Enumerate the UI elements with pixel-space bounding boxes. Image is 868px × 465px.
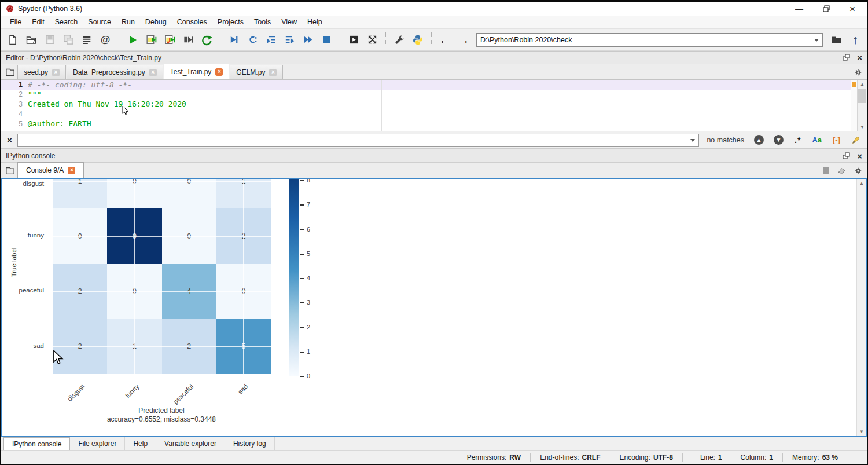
grid-line [53,181,271,182]
working-directory-input[interactable] [477,34,822,46]
grid-line [134,178,135,374]
back-button[interactable]: ← [437,32,453,48]
close-icon[interactable]: × [269,69,277,76]
debug-stop-button[interactable] [318,32,334,48]
status-line: Line:1 [691,453,731,462]
scroll-up-icon[interactable]: ▲ [857,179,866,188]
editor-scrollbar[interactable]: ▲ ▼ [857,80,867,131]
tab-console-9a[interactable]: Console 9/A× [17,162,84,178]
minimize-button[interactable]: — [795,5,803,13]
scroll-down-icon[interactable]: ▼ [857,427,866,436]
undock-button[interactable] [843,152,850,160]
debug-step-return-button[interactable] [281,32,297,48]
case-sensitive-toggle[interactable]: Aa [812,136,822,144]
colorbar-tick [300,327,304,328]
chevron-down-icon[interactable] [690,139,695,142]
close-icon[interactable]: × [68,167,75,174]
scrollbar-thumb[interactable] [858,89,866,103]
close-icon[interactable]: × [52,69,60,76]
run-selection-button[interactable] [180,32,196,48]
tab-help[interactable]: Help [125,437,156,450]
save-button[interactable] [42,32,58,48]
undock-button[interactable] [843,54,850,61]
menu-source[interactable]: Source [83,16,116,28]
console-options-button[interactable] [854,167,862,175]
tab-gelm-py[interactable]: GELM.py× [230,65,283,79]
status-eol: End-of-lines:CRLF [531,453,609,462]
browse-tabs-button[interactable] [2,163,17,177]
tab-ipython-console[interactable]: IPython console [3,437,70,450]
menu-view[interactable]: View [276,16,302,28]
run-cell-advance-button[interactable] [161,32,178,48]
preferences-button[interactable] [391,32,407,48]
editor-options-button[interactable] [854,68,862,76]
clear-console-button[interactable] [837,166,846,175]
interrupt-kernel-icon[interactable] [823,167,829,174]
tab-variable-explorer[interactable]: Variable explorer [156,437,225,450]
code-editor[interactable]: 1# -*- coding: utf-8 -*- 2""" 3Created o… [1,80,867,131]
close-icon[interactable]: × [215,68,223,76]
restore-button[interactable] [823,5,830,12]
tab-data-preprocessing-py[interactable]: Data_Preprocessing.py× [67,65,163,79]
menu-search[interactable]: Search [50,16,83,28]
menu-consoles[interactable]: Consoles [172,16,212,28]
editor-pane-title: Editor - D:\Python\Robin 2020\check\Test… [6,54,161,62]
tab-history-log[interactable]: History log [225,437,275,450]
console-scrollbar[interactable]: ▲ ▼ [856,179,866,436]
code-text: Created on Thu Nov 19 16:20:20 2020 [28,100,186,108]
tab-seed-py[interactable]: seed.py× [17,65,66,79]
gear-icon [854,167,862,175]
browse-tabs-button[interactable] [2,65,17,79]
menu-run[interactable]: Run [116,16,140,28]
close-icon[interactable]: × [149,69,157,76]
find-next-button[interactable]: ▼ [774,135,784,145]
python-env-button[interactable] [410,32,426,48]
find-previous-button[interactable]: ▲ [754,135,764,145]
console-output[interactable]: True label disgust funny peaceful sad 1 … [1,178,867,437]
scroll-up-icon[interactable]: ▲ [858,80,867,89]
tab-label: Console 9/A [26,166,64,174]
forward-button[interactable]: → [455,32,472,48]
line-number: 2 [1,90,28,98]
statusbar: Permissions:RW End-of-lines:CRLF Encodin… [1,450,867,464]
colorbar-tick-label: 6 [307,226,310,233]
open-file-button[interactable] [23,32,39,48]
regex-toggle[interactable]: .* [795,136,801,145]
menu-tools[interactable]: Tools [249,16,276,28]
maximize-pane-button[interactable] [345,32,362,48]
close-pane-button[interactable]: × [857,53,862,62]
scroll-down-icon[interactable]: ▼ [858,123,867,131]
fullscreen-button[interactable] [364,32,380,48]
chevron-down-icon[interactable] [814,39,819,42]
new-file-button[interactable] [5,32,21,48]
whole-word-toggle[interactable]: [-] [833,136,840,144]
highlight-matches-button[interactable] [851,135,861,145]
browse-directory-button[interactable] [829,32,845,48]
symbol-finder-button[interactable]: @ [97,32,113,48]
close-find-button[interactable]: × [7,135,12,145]
colorbar-tick-label: 3 [307,299,310,306]
menu-debug[interactable]: Debug [140,16,172,28]
find-input-wrap[interactable] [17,134,700,147]
menu-edit[interactable]: Edit [27,16,50,28]
find-input[interactable] [18,134,699,146]
save-all-button[interactable] [60,32,76,48]
run-button[interactable] [124,32,141,48]
run-cell-button[interactable] [143,32,159,48]
parent-directory-button[interactable]: ↑ [847,32,863,48]
menu-help[interactable]: Help [302,16,328,28]
close-button[interactable]: × [849,4,855,14]
tab-test-train-py[interactable]: Test_Train.py× [164,64,230,79]
working-directory-combo[interactable] [476,33,823,47]
file-switcher-button[interactable] [79,32,95,48]
rerun-cell-button[interactable] [198,32,215,48]
close-pane-button[interactable]: × [857,152,862,160]
status-permissions: Permissions:RW [458,453,530,462]
menu-file[interactable]: File [5,16,27,28]
menu-projects[interactable]: Projects [212,16,249,28]
debug-step-button[interactable] [244,32,260,48]
tab-file-explorer[interactable]: File explorer [70,437,125,450]
debug-step-into-button[interactable] [263,32,279,48]
debug-continue-button[interactable] [300,32,316,48]
debug-file-button[interactable] [226,32,242,48]
